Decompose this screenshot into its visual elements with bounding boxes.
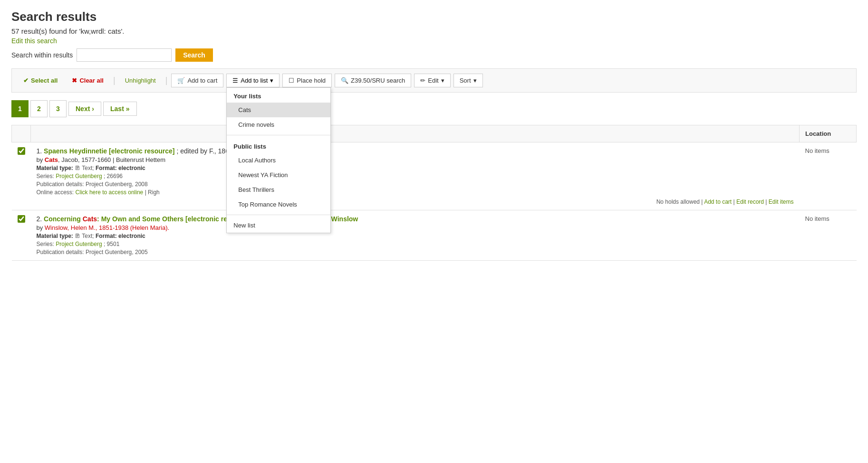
result-2-author-link[interactable]: Winslow, Helen M., 1851-1938 (Helen Mari… (45, 224, 169, 231)
result-1-author-separator: | (113, 156, 116, 163)
table-row: 1. Spaens Heydinnetie [electronic resour… (12, 142, 857, 210)
last-arrow-icon: » (126, 105, 130, 113)
next-arrow-icon: › (92, 105, 94, 113)
edit-dropdown-arrow-icon: ▾ (441, 77, 444, 84)
new-list-item[interactable]: New list (227, 218, 330, 233)
result-1-edit-items-link[interactable]: Edit items (769, 198, 794, 205)
dropdown-divider (227, 135, 330, 135)
unhighlight-button[interactable]: Unhighlight (119, 74, 162, 87)
result-2-check-col (12, 210, 31, 261)
list-item-local-authors[interactable]: Local Authors (227, 153, 330, 168)
edit-search-link[interactable]: Edit this search (11, 37, 57, 45)
dropdown-divider-2 (227, 215, 330, 215)
result-1-check-col (12, 142, 31, 210)
result-1-checkbox[interactable] (18, 147, 25, 155)
hold-icon: ☐ (289, 77, 294, 84)
result-2-series: Series: Project Gutenberg ; 9501 (37, 241, 794, 247)
search-button[interactable]: Search (175, 48, 213, 62)
result-2-title-highlight: Cats (83, 215, 97, 223)
search-within-row: Search within results Search (11, 48, 857, 62)
result-2-checkbox[interactable] (18, 215, 25, 223)
result-2-number: 2. (37, 215, 44, 223)
location-col-header: Location (800, 125, 857, 142)
result-1-number: 1. (37, 147, 44, 155)
edit-button[interactable]: ✏ Edit ▾ (414, 74, 450, 87)
result-1-online: Online access: Click here to access onli… (37, 189, 794, 196)
list-item-top-romance-novels[interactable]: Top Romance Novels (227, 197, 330, 212)
result-1-online-link[interactable]: Click here to access online (76, 189, 144, 196)
public-lists-header: Public lists (227, 138, 330, 153)
last-page-button[interactable]: Last » (103, 102, 137, 116)
next-page-button[interactable]: Next › (68, 102, 101, 116)
list-item-cats[interactable]: Cats (227, 103, 330, 117)
clear-all-button[interactable]: ✖ Clear all (66, 74, 109, 87)
select-all-button[interactable]: ✔ Select all (18, 74, 63, 87)
page-2-button[interactable]: 2 (30, 100, 48, 117)
list-item-crime-novels[interactable]: Crime novels (227, 117, 330, 132)
result-1-series-link[interactable]: Project Gutenberg (56, 173, 102, 180)
result-1-content: 1. Spaens Heydinnetie [electronic resour… (31, 142, 800, 210)
result-2-series-link[interactable]: Project Gutenberg (56, 241, 102, 247)
add-to-list-dropdown: Your lists Cats Crime novels Public list… (226, 87, 331, 233)
checkmark-icon: ✔ (23, 77, 29, 84)
result-1-edit-record-link[interactable]: Edit record (736, 198, 764, 205)
page-title: Search results (11, 9, 857, 24)
search-within-label: Search within results (11, 51, 73, 59)
result-1-actions: No holds allowed | Add to cart | Edit re… (37, 198, 794, 205)
page-1-button[interactable]: 1 (11, 100, 29, 117)
search-within-input[interactable] (77, 48, 172, 62)
result-2-material-icon: 🖹 (75, 233, 80, 239)
result-col-header (31, 125, 800, 142)
result-2-content: 2. Concerning Cats: My Own and Some Othe… (31, 210, 800, 261)
result-1-title-link[interactable]: Spaens Heydinnetie [electronic resource] (44, 147, 176, 155)
results-summary: 57 result(s) found for 'kw,wrdl: cats'. (11, 27, 857, 35)
result-1-series: Series: Project Gutenberg ; 26696 (37, 173, 794, 180)
result-2-pub: Publication details: Project Gutenberg, … (37, 249, 794, 255)
result-1-pub: Publication details: Project Gutenberg, … (37, 181, 794, 188)
sort-dropdown-arrow-icon: ▾ (473, 77, 477, 84)
result-1-material: Material type: 🖹 Text; Format: electroni… (37, 165, 794, 171)
page-3-button[interactable]: 3 (49, 100, 67, 117)
search-icon: 🔍 (341, 77, 348, 84)
add-to-list-wrapper: ☰ Add to list ▾ Your lists Cats Crime no… (226, 74, 280, 87)
toolbar: ✔ Select all ✖ Clear all | Unhighlight |… (11, 68, 857, 93)
result-2-material: Material type: 🖹 Text; Format: electroni… (37, 233, 794, 239)
edit-icon: ✏ (420, 77, 425, 84)
your-lists-header: Your lists (227, 88, 330, 103)
result-1-title-row: 1. Spaens Heydinnetie [electronic resour… (37, 147, 794, 155)
cart-icon: 🛒 (177, 77, 185, 84)
result-1-location: No items (800, 142, 857, 210)
z3950-search-button[interactable]: 🔍 Z39.50/SRU search (335, 74, 411, 87)
result-1-material-icon: 🖹 (75, 165, 80, 171)
list-icon: ☰ (232, 77, 238, 84)
x-icon: ✖ (72, 77, 77, 84)
pagination: 1 2 3 Next › Last » (11, 100, 857, 117)
result-1-author-highlight-link[interactable]: Cats (45, 156, 58, 163)
list-item-newest-ya-fiction[interactable]: Newest YA Fiction (227, 168, 330, 182)
result-2-title-row: 2. Concerning Cats: My Own and Some Othe… (37, 215, 794, 223)
add-to-cart-button[interactable]: 🛒 Add to cart (171, 74, 223, 87)
table-row: 2. Concerning Cats: My Own and Some Othe… (12, 210, 857, 261)
list-item-best-thrillers[interactable]: Best Thrillers (227, 182, 330, 197)
place-hold-button[interactable]: ☐ Place hold (282, 74, 332, 87)
add-to-list-button[interactable]: ☰ Add to list ▾ (226, 74, 280, 87)
sort-button[interactable]: Sort ▾ (453, 74, 483, 87)
toolbar-divider-2: | (165, 76, 168, 85)
dropdown-arrow-icon: ▾ (270, 77, 273, 84)
toolbar-divider-1: | (113, 76, 116, 85)
check-col-header (12, 125, 31, 142)
result-1-author: by Cats, Jacob, 1577-1660 | Buitenrust H… (37, 156, 794, 163)
result-2-author: by Winslow, Helen M., 1851-1938 (Helen M… (37, 224, 794, 231)
page-container: Search results 57 result(s) found for 'k… (0, 0, 868, 463)
result-2-location: No items (800, 210, 857, 261)
results-table: Location 1. Spaens Heydinnetie [electron… (11, 125, 857, 261)
result-1-add-to-cart-link[interactable]: Add to cart (704, 198, 732, 205)
